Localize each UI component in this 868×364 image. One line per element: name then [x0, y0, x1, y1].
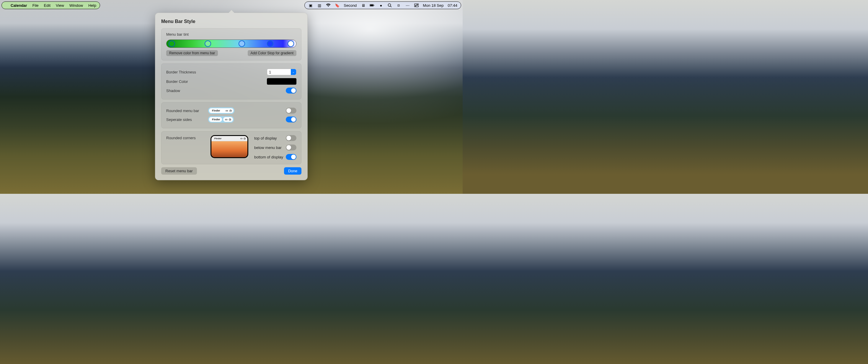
control-center-icon[interactable] — [414, 4, 418, 7]
border-thickness-label: Border Thickness — [166, 70, 196, 74]
rounded-menubar-label: Rounded menu bar — [166, 108, 205, 113]
wifi-icon[interactable] — [326, 4, 331, 7]
add-color-stop-button[interactable]: Add Color Stop for gradient — [248, 50, 297, 56]
more-icon[interactable]: ⋯ — [405, 3, 410, 8]
menubar-time[interactable]: 07:44 — [447, 3, 457, 8]
menu-help[interactable]: Help — [88, 3, 96, 8]
svg-point-6 — [417, 4, 418, 5]
clock-icon: ◷ — [229, 109, 232, 112]
svg-rect-5 — [414, 4, 417, 5]
user-icon[interactable]: ● — [378, 3, 383, 8]
rounded-menubar-toggle[interactable] — [286, 108, 297, 113]
toggle-icon: ▭ — [240, 137, 243, 140]
bookmark-icon[interactable]: 🔖 — [335, 3, 340, 8]
bookmark-label[interactable]: Second — [344, 3, 356, 8]
clock-icon: ◷ — [229, 118, 231, 121]
tint-gradient-bar[interactable] — [166, 39, 297, 48]
separate-sides-toggle[interactable] — [286, 117, 297, 123]
dropbox-icon[interactable]: ⧈ — [396, 3, 401, 8]
popover-title: Menu Bar Style — [161, 19, 302, 24]
menu-bar-style-popover: Menu Bar Style Menu bar tint Remove colo… — [155, 13, 308, 180]
rounded-corners-heading: Rounded corners — [166, 136, 196, 140]
rounded-section: Rounded menu bar Finder▭◷ Seperate sides… — [161, 102, 302, 128]
bottom-of-display-toggle[interactable] — [286, 154, 297, 160]
below-menu-bar-label: below menu bar — [254, 145, 282, 150]
toggle-icon: ▭ — [225, 118, 228, 121]
top-of-display-toggle[interactable] — [286, 135, 297, 141]
reset-menu-bar-button[interactable]: Reset menu bar — [161, 167, 197, 175]
menu-edit[interactable]: Edit — [44, 3, 51, 8]
menubar-left: Calendar File Edit View Window Help — [1, 1, 100, 9]
popover-footer: Reset menu bar Done — [161, 167, 302, 175]
below-menu-bar-toggle[interactable] — [286, 144, 297, 151]
corners-section: Rounded corners Finder ▭◷ top of display… — [161, 131, 302, 164]
svg-rect-1 — [370, 4, 373, 6]
battery-icon[interactable] — [370, 4, 374, 7]
border-color-well[interactable] — [267, 78, 297, 85]
search-icon[interactable] — [388, 3, 392, 7]
rounded-preview-split: Finder ▭◷ — [208, 116, 234, 123]
gradient-stop-3[interactable] — [239, 40, 245, 47]
shadow-label: Shadow — [166, 89, 180, 93]
clock-icon: ◷ — [244, 137, 246, 140]
menu-window[interactable]: Window — [69, 3, 83, 8]
separate-sides-label: Seperate sides — [166, 118, 205, 122]
gradient-stop-4[interactable] — [267, 40, 273, 47]
menu-view[interactable]: View — [56, 3, 64, 8]
rounded-corners-preview: Finder ▭◷ — [211, 135, 248, 158]
toggle-icon: ▭ — [225, 109, 228, 112]
gradient-stop-1[interactable] — [168, 40, 175, 47]
svg-line-4 — [391, 6, 392, 7]
battery-box-icon[interactable]: ▥ — [317, 3, 322, 8]
bottom-of-display-label: bottom of display — [254, 155, 283, 159]
svg-point-3 — [388, 4, 391, 6]
app-menu[interactable]: Calendar — [11, 3, 27, 8]
done-button[interactable]: Done — [284, 167, 302, 175]
remove-color-button[interactable]: Remove color from menu bar — [166, 50, 218, 56]
chevron-down-icon: ⌄ — [291, 69, 296, 75]
border-section: Border Thickness 1 ⌄ Border Color Shadow — [161, 63, 302, 99]
top-of-display-label: top of display — [254, 136, 277, 140]
menubar-right: ▣ ▥ 🔖 Second 🖥 ● ⧈ ⋯ Mon 18 Sep 07:44 — [304, 1, 461, 9]
display-icon[interactable]: 🖥 — [361, 3, 366, 8]
svg-rect-7 — [416, 6, 418, 7]
shadow-toggle[interactable] — [286, 88, 297, 94]
rounded-preview-joined: Finder▭◷ — [208, 107, 235, 114]
svg-point-8 — [414, 6, 415, 7]
border-thickness-value: 1 — [269, 70, 271, 74]
gradient-stop-5[interactable] — [287, 40, 294, 47]
vr-icon[interactable]: ▣ — [308, 3, 313, 8]
svg-rect-2 — [374, 5, 374, 6]
menubar-date[interactable]: Mon 18 Sep — [423, 3, 443, 8]
menu-file[interactable]: File — [32, 3, 39, 8]
border-thickness-select[interactable]: 1 ⌄ — [267, 69, 297, 75]
gradient-stop-2[interactable] — [205, 40, 211, 47]
border-color-label: Border Color — [166, 79, 188, 84]
tint-heading: Menu bar tint — [166, 32, 297, 37]
tint-section: Menu bar tint Remove color from menu bar… — [161, 28, 302, 61]
